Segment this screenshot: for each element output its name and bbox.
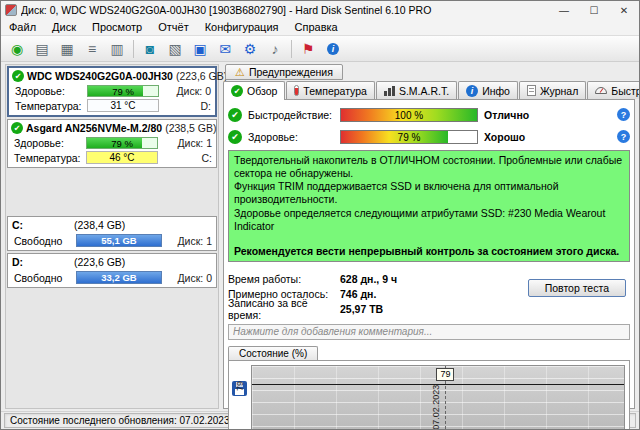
disk-health-row: Здоровье: 79 % Диск: 0 bbox=[9, 84, 215, 98]
stat-total-written: Записано за всё время: 25,97 TB bbox=[228, 302, 630, 317]
chart-point-label: 79 bbox=[436, 368, 454, 381]
window-title: Диск: 0, WDC WDS240G2G0A-00JH30 [1903B68… bbox=[21, 4, 547, 16]
disk-item-asgard[interactable]: ✔ Asgard AN256NVMe-M.2/80 (238,5 GB) Здо… bbox=[7, 119, 217, 168]
performance-bar: 100 % bbox=[340, 108, 478, 122]
tab-warnings[interactable]: ⚠ Предупреждения bbox=[225, 64, 343, 80]
tab-performance-label: Быстродействие bbox=[611, 85, 640, 97]
email-report-icon[interactable]: ✉ bbox=[213, 38, 237, 60]
close-button[interactable]: ✕ bbox=[611, 2, 637, 18]
health-label: Здоровье: bbox=[14, 137, 82, 149]
performance-row: ✔ Быстродействие: 100 % Отлично ? bbox=[228, 105, 630, 124]
health-description-box: Твердотельный накопитель в ОТЛИЧНОМ сост… bbox=[228, 150, 630, 262]
disk-temp-row: Температура: 31 °C D: bbox=[9, 98, 215, 113]
disk-number: Диск: 0 bbox=[178, 272, 213, 284]
maximize-button[interactable]: ☐ bbox=[581, 2, 607, 18]
partition-item-c[interactable]: C: (238,4 GB) Свободно 55,1 GB Диск: 1 bbox=[7, 216, 217, 251]
chart-body: 79 79 07.02.2023 bbox=[228, 360, 630, 430]
warning-icon: ⚠ bbox=[235, 67, 245, 77]
info-circle-icon: i bbox=[327, 43, 339, 55]
tab-info-label: Инфо bbox=[482, 85, 510, 97]
retest-button[interactable]: Повтор теста bbox=[528, 279, 626, 297]
disk-overview-icon[interactable]: ▤ bbox=[30, 38, 54, 60]
chart-date-label: 07.02.2023 bbox=[431, 389, 441, 430]
health-value: 79 % bbox=[88, 86, 158, 96]
performance-help-icon[interactable]: ? bbox=[617, 108, 630, 121]
free-space-bar: 55,1 GB bbox=[76, 234, 162, 247]
disk-item-wdc[interactable]: ✔ WDC WDS240G2G0A-00JH30 (223,6 GB) Здор… bbox=[7, 66, 217, 117]
toolbar-separator bbox=[291, 40, 292, 58]
description-recommendation: Рекомендуется вести непрерывный контроль… bbox=[234, 245, 624, 258]
menu-view[interactable]: Просмотр bbox=[84, 20, 150, 34]
toolbar-separator bbox=[133, 40, 134, 58]
comment-input[interactable] bbox=[228, 324, 630, 340]
disk-temp-row: Температура: 46 °C C: bbox=[8, 150, 216, 165]
tab-overview[interactable]: ✔ Обзор bbox=[223, 81, 285, 100]
menu-disk[interactable]: Диск bbox=[44, 20, 84, 34]
monitor-icon[interactable]: ▣ bbox=[188, 38, 212, 60]
disk-size: (223,6 GB) bbox=[176, 70, 227, 82]
disk-number: Диск: 1 bbox=[178, 137, 213, 149]
description-line-2: Функция TRIM поддерживается SSD и включе… bbox=[234, 180, 624, 206]
health-row: ✔ Здоровье: 79 % Хорошо ? bbox=[228, 127, 630, 146]
partition-size: (238,4 GB) bbox=[74, 219, 125, 231]
health-bar: 79 % bbox=[87, 85, 159, 97]
tab-log-label: Журнал bbox=[540, 85, 578, 97]
thermometer-icon bbox=[294, 85, 299, 96]
tab-info[interactable]: i Инфо bbox=[458, 81, 518, 99]
disk-surface-test-icon[interactable]: ▦ bbox=[55, 38, 79, 60]
partition-letter: C: bbox=[12, 219, 74, 231]
tab-temperature[interactable]: Температура bbox=[286, 81, 375, 99]
report-chart-icon[interactable]: ▧ bbox=[163, 38, 187, 60]
temp-label: Температура: bbox=[14, 152, 82, 164]
alert-flag-icon[interactable]: ⚑ bbox=[296, 38, 320, 60]
disk-repair-icon[interactable]: ≡ bbox=[80, 38, 104, 60]
disk-temperature-icon[interactable]: ▥ bbox=[105, 38, 129, 60]
health-help-icon[interactable]: ? bbox=[617, 130, 630, 143]
partition-header: C: (238,4 GB) bbox=[8, 217, 216, 233]
overview-ok-icon: ✔ bbox=[231, 85, 243, 97]
tab-log[interactable]: Журнал bbox=[519, 81, 586, 99]
menu-configuration[interactable]: Конфигурация bbox=[197, 20, 287, 34]
info-circle-icon: i bbox=[466, 85, 478, 97]
partition-item-d[interactable]: D: (223,6 GB) Свободно 33,2 GB Диск: 0 bbox=[7, 253, 217, 288]
disk-health-icon[interactable]: ◉ bbox=[5, 38, 29, 60]
health-bar: 79 % bbox=[86, 137, 158, 149]
health-value: 79 % bbox=[87, 138, 157, 148]
health-label: Здоровье: bbox=[248, 131, 334, 143]
smart-chart-icon bbox=[384, 86, 395, 96]
disk-size: (238,5 GB) bbox=[165, 122, 216, 134]
info-icon[interactable]: i bbox=[321, 38, 345, 60]
temp-value: 46 °C bbox=[86, 151, 158, 164]
menu-bar: Файл Диск Просмотр Отчёт Конфигурация Сп… bbox=[1, 19, 639, 36]
tab-smart[interactable]: S.M.A.R.T. bbox=[376, 81, 457, 99]
settings-gear-icon[interactable]: ⚙ bbox=[238, 38, 262, 60]
menu-file[interactable]: Файл bbox=[1, 20, 44, 34]
main-area: ⚠ Предупреждения ✔ Обзор Температура S.M… bbox=[223, 64, 635, 409]
screenshot-icon[interactable]: ◙ bbox=[138, 38, 162, 60]
free-value: 33,2 GB bbox=[77, 272, 161, 283]
disk-ok-icon: ✔ bbox=[12, 70, 24, 82]
free-space-bar: 33,2 GB bbox=[76, 271, 162, 284]
tab-temperature-label: Температура bbox=[303, 85, 367, 97]
disk-name: WDC WDS240G2G0A-00JH30 bbox=[27, 70, 173, 82]
overview-panel: ✔ Быстродействие: 100 % Отлично ? ✔ Здор… bbox=[223, 99, 635, 409]
tab-performance[interactable]: Быстродействие bbox=[587, 81, 640, 99]
menu-report[interactable]: Отчёт bbox=[150, 20, 196, 34]
sidebar-spacer bbox=[7, 170, 217, 216]
free-label: Свободно bbox=[14, 272, 72, 284]
tab-smart-label: S.M.A.R.T. bbox=[399, 85, 449, 97]
chart-y-axis-label: 79 bbox=[235, 381, 245, 391]
free-value: 55,1 GB bbox=[77, 235, 161, 246]
health-ok-icon: ✔ bbox=[228, 130, 242, 144]
disk-header: ✔ Asgard AN256NVMe-M.2/80 (238,5 GB) bbox=[8, 120, 216, 136]
sound-alert-icon[interactable]: ♪ bbox=[263, 38, 287, 60]
chart-title-tab[interactable]: Состояние (%) bbox=[228, 346, 318, 360]
partition-letter: D: bbox=[12, 256, 74, 268]
description-line-1: Твердотельный накопитель в ОТЛИЧНОМ сост… bbox=[234, 154, 624, 180]
minimize-button[interactable]: — bbox=[551, 2, 577, 18]
health-label: Здоровье: bbox=[15, 85, 83, 97]
health-bar: 79 % bbox=[340, 130, 478, 144]
app-icon bbox=[5, 4, 17, 16]
menu-help[interactable]: Справка bbox=[287, 20, 346, 34]
disk-sidebar: ✔ WDC WDS240G2G0A-00JH30 (223,6 GB) Здор… bbox=[5, 64, 219, 409]
